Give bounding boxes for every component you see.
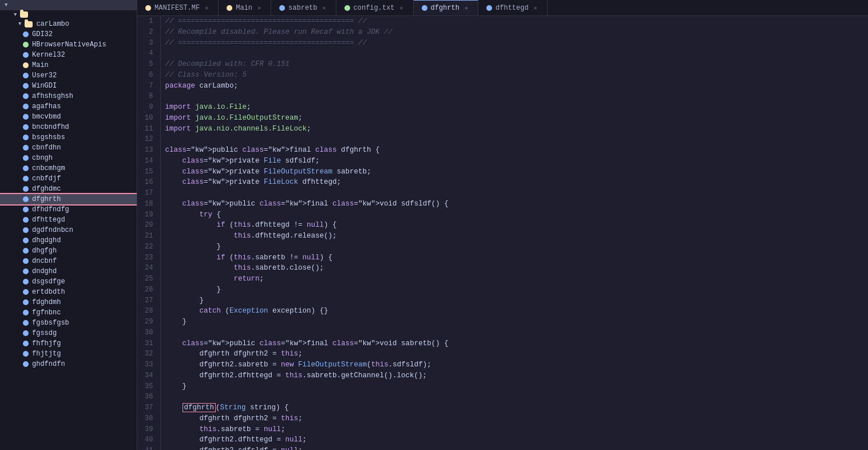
- sidebar-item-fgsbsfgsb[interactable]: fgsbsfgsb: [0, 318, 137, 328]
- line-number: 38: [137, 413, 160, 424]
- class-icon: [23, 341, 29, 346]
- tab-config.txt[interactable]: config.txt✕: [336, 0, 414, 15]
- class-icon: [23, 62, 29, 68]
- line-code: import java.io.FileOutputStream;: [160, 113, 868, 124]
- sidebar-item-dfhdfndfg[interactable]: dfhdfndfg: [0, 204, 137, 215]
- tab-label: sabretb: [288, 4, 317, 12]
- sidebar-item-label: fhfhjfg: [32, 340, 61, 348]
- tab-close-button[interactable]: ✕: [203, 4, 210, 12]
- sidebar-item-label: dndghd: [32, 267, 57, 275]
- sidebar-item-cbnfdhn[interactable]: cbnfdhn: [0, 143, 137, 153]
- sidebar-item-User32[interactable]: User32: [0, 70, 137, 81]
- line-number: 12: [137, 134, 160, 145]
- sidebar-item-dhgfgh[interactable]: dhgfgh: [0, 246, 137, 256]
- sidebar-item-cnbcmhgm[interactable]: cnbcmhgm: [0, 163, 137, 173]
- sidebar-item-dncbnf[interactable]: dncbnf: [0, 256, 137, 266]
- sidebar-item-dfghdmc[interactable]: dfghdmc: [0, 184, 137, 194]
- sidebar-item-dndghd[interactable]: dndghd: [0, 266, 137, 277]
- code-line-4: 4: [137, 48, 868, 59]
- tab-sabretb[interactable]: sabretb✕: [271, 0, 336, 15]
- line-code: if (this.dfhttegd != null) {: [160, 220, 868, 231]
- code-line-35: 35 }: [137, 381, 868, 392]
- sidebar-item-dsgsdfge[interactable]: dsgsdfge: [0, 277, 137, 287]
- tab-Main[interactable]: Main✕: [219, 0, 271, 15]
- class-icon: [23, 289, 29, 295]
- sidebar-item-dgdfndnbcn[interactable]: dgdfndnbcn: [0, 225, 137, 235]
- tab-dfghrth[interactable]: dfghrth✕: [414, 0, 478, 15]
- main-panel: MANIFEST.MF✕Main✕sabretb✕config.txt✕dfgh…: [137, 0, 868, 450]
- code-line-32: 32 dfghrth dfghrth2 = this;: [137, 349, 868, 360]
- line-number: 27: [137, 295, 160, 306]
- sidebar-item-fgfnbnc[interactable]: fgfnbnc: [0, 307, 137, 318]
- code-line-11: 11import java.nio.channels.FileLock;: [137, 124, 868, 135]
- line-number: 19: [137, 210, 160, 220]
- line-code: dfghrth dfghrth2 = this;: [160, 349, 868, 360]
- class-icon: [23, 165, 29, 171]
- tab-label: dfghrth: [431, 4, 459, 12]
- sidebar-item-Main[interactable]: Main: [0, 60, 137, 70]
- line-number: 17: [137, 188, 160, 199]
- code-line-33: 33 dfghrth2.sabretb = new FileOutputStre…: [137, 360, 868, 370]
- sidebar-item-agafhas[interactable]: agafhas: [0, 101, 137, 112]
- line-number: 36: [137, 392, 160, 402]
- sidebar-item-label: bncbndfhd: [32, 123, 69, 131]
- sidebar-item-dhgdghd[interactable]: dhgdghd: [0, 235, 137, 246]
- line-code: // Class Version: 5: [160, 70, 868, 81]
- tab-close-button[interactable]: ✕: [532, 4, 539, 12]
- code-line-26: 26 }: [137, 285, 868, 295]
- sidebar-item-dfhttegd[interactable]: dfhttegd: [0, 215, 137, 225]
- tab-close-button[interactable]: ✕: [256, 4, 263, 12]
- line-number: 1: [137, 16, 160, 27]
- line-code: if (this.sabretb != null) {: [160, 252, 868, 263]
- class-icon: [23, 145, 29, 151]
- sidebar-item-label: dsgsdfge: [32, 278, 65, 286]
- sidebar-item-fgssdg[interactable]: fgssdg: [0, 328, 137, 338]
- class-icon: [23, 155, 29, 161]
- sidebar-item-bmcvbmd[interactable]: bmcvbmd: [0, 112, 137, 122]
- code-editor[interactable]: 1// ====================================…: [137, 16, 868, 450]
- tab-dfhttegd[interactable]: dfhttegd✕: [478, 0, 548, 15]
- sidebar-item-Kernel32[interactable]: Kernel32: [0, 50, 137, 60]
- class-icon: [23, 238, 29, 243]
- line-number: 29: [137, 317, 160, 327]
- code-line-34: 34 dfghrth2.dfhttegd = this.sabretb.getC…: [137, 370, 868, 381]
- sidebar-item-label: dfhdfndfg: [32, 206, 69, 214]
- folder-chevron: ▼: [14, 12, 17, 18]
- code-line-2: 2// Recompile disabled. Please run Recaf…: [137, 27, 868, 38]
- sidebar-item-dfghrth[interactable]: dfghrth: [0, 194, 137, 204]
- sidebar-item-ertdbdth[interactable]: ertdbdth: [0, 287, 137, 297]
- tab-MANIFEST.MF[interactable]: MANIFEST.MF✕: [137, 0, 219, 15]
- sidebar-item-HBrowserNativeApis[interactable]: HBrowserNativeApis: [0, 40, 137, 50]
- sidebar-item-label: User32: [32, 72, 57, 80]
- code-line-20: 20 if (this.dfhttegd != null) {: [137, 220, 868, 231]
- sidebar-item-ghdfndfn[interactable]: ghdfndfn: [0, 359, 137, 369]
- tab-label: Main: [236, 4, 252, 12]
- line-code: class="kw">private FileOutputStream sabr…: [160, 167, 868, 177]
- code-line-10: 10import java.io.FileOutputStream;: [137, 113, 868, 124]
- code-line-29: 29 }: [137, 317, 868, 327]
- sidebar-item-WinGDI[interactable]: WinGDI: [0, 81, 137, 91]
- sidebar-item-cbngh[interactable]: cbngh: [0, 153, 137, 163]
- chevron-icon: ▼: [18, 21, 21, 27]
- sidebar-item-fhjtjtg[interactable]: fhjtjtg: [0, 349, 137, 359]
- tab-icon: [227, 5, 232, 11]
- line-code: this.dfhttegd.release();: [160, 231, 868, 242]
- tab-close-button[interactable]: ✕: [321, 4, 328, 12]
- tab-close-button[interactable]: ✕: [463, 4, 470, 12]
- line-number: 10: [137, 113, 160, 124]
- class-icon: [23, 104, 29, 109]
- sidebar-item-fdghdmh[interactable]: fdghdmh: [0, 297, 137, 307]
- sidebar-item-bncbndfhd[interactable]: bncbndfhd: [0, 122, 137, 132]
- sidebar-item-carLambo[interactable]: ▼carLambo: [0, 19, 137, 29]
- sidebar-item-GDI32[interactable]: GDI32: [0, 29, 137, 40]
- sidebar-item-label: ghdfndfn: [32, 360, 65, 368]
- sidebar-item-afhshsghsh[interactable]: afhshsghsh: [0, 91, 137, 101]
- sidebar-item-cnbfdjf[interactable]: cnbfdjf: [0, 173, 137, 184]
- class-icon: [23, 52, 29, 58]
- sidebar-item-fhfhjfg[interactable]: fhfhjfg: [0, 338, 137, 349]
- tab-label: MANIFEST.MF: [154, 4, 200, 12]
- tab-close-button[interactable]: ✕: [398, 4, 405, 12]
- sidebar-folder-classes[interactable]: ▼: [0, 10, 137, 19]
- sidebar-item-bsgshsbs[interactable]: bsgshsbs: [0, 132, 137, 143]
- sidebar-root[interactable]: ▼: [0, 0, 137, 10]
